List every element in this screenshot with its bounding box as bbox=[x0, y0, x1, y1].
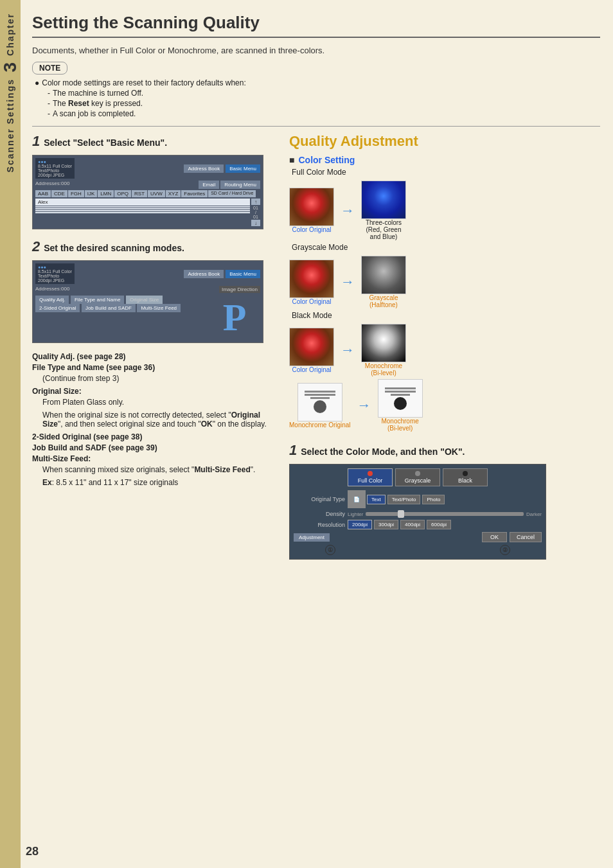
scroll-up-btn-1[interactable]: ↑ bbox=[251, 199, 260, 205]
note-sub-2: The Reset key is pressed. bbox=[48, 99, 600, 108]
note-sub-list: The machine is turned Off. The Reset key… bbox=[48, 89, 600, 118]
full-color-dot bbox=[368, 471, 373, 476]
step-bottom-section: 1 Select the Color Mode, and then "OK". … bbox=[289, 442, 600, 560]
mono-result-img bbox=[378, 379, 423, 418]
res-400-btn[interactable]: 400dpi bbox=[400, 520, 425, 529]
bottom-ui: Full Color Grayscale Black Original Type bbox=[289, 464, 546, 560]
chapter-label: Chapter bbox=[5, 13, 15, 56]
tab-lmn[interactable]: LMN bbox=[98, 190, 114, 197]
res-300-btn[interactable]: 300dpi bbox=[374, 520, 398, 529]
tab-opq[interactable]: OPQ bbox=[114, 190, 131, 197]
intro-text: Documents, whether in Full Color or Mono… bbox=[32, 46, 600, 55]
routing-btn[interactable]: Routing Menu bbox=[220, 181, 260, 189]
cancel-btn[interactable]: Cancel bbox=[510, 532, 542, 542]
color-original-img-1 bbox=[289, 188, 334, 226]
color-original-caption-2: Color Original bbox=[292, 298, 331, 305]
original-size-label: Original Size: bbox=[32, 387, 276, 396]
doc-line-r3 bbox=[391, 394, 410, 396]
full-color-mode-label: Full Color Mode bbox=[292, 168, 600, 177]
arrow-mono: → bbox=[357, 397, 371, 414]
scanner-settings-label: Scanner Settings bbox=[5, 78, 15, 172]
doc-circle-icon bbox=[314, 400, 326, 413]
tab-cde[interactable]: CDE bbox=[51, 190, 67, 197]
multi-size-menu[interactable]: Multi-Size Feed bbox=[137, 304, 181, 312]
density-track[interactable] bbox=[366, 512, 524, 516]
tab-fgh[interactable]: FGH bbox=[68, 190, 84, 197]
file-type-sub: (Continue from step 3) bbox=[42, 374, 276, 383]
original-size-menu[interactable]: Original Size bbox=[126, 296, 163, 304]
multi-size-label-text: Multi-Size Feed: bbox=[32, 454, 91, 463]
color-original-3: Color Original bbox=[289, 328, 334, 373]
list-item-alex: Alex bbox=[35, 199, 250, 206]
page-indicator-1: 01/01 bbox=[251, 206, 260, 219]
status2-line3: 200dpi JPEG bbox=[38, 278, 72, 283]
top-buttons-1: Address Book Basic Menu bbox=[184, 164, 260, 173]
scroll-controls-1: ↑ 01/01 ↓ bbox=[251, 199, 260, 226]
adjustment-btn[interactable]: Adjustment bbox=[294, 533, 330, 542]
black-mode-btn[interactable]: Black bbox=[443, 468, 488, 486]
callout-2: ② bbox=[500, 545, 510, 555]
tab-sd[interactable]: SD Card / Hard Drive bbox=[208, 190, 256, 197]
color-setting-heading: Color Setting bbox=[289, 155, 600, 165]
quality-adjustment-title: Quality Adjustment bbox=[289, 133, 600, 150]
tab-xyz[interactable]: XYZ bbox=[166, 190, 181, 197]
quality-adj-text: Quality Adj. (see page 28) bbox=[32, 352, 126, 361]
file-type-text: File Type and Name (see page 36) bbox=[32, 363, 155, 372]
black-mode-row: Color Original → Monochrome(Bi-level) bbox=[289, 324, 600, 376]
basic-menu-btn-2[interactable]: Basic Menu bbox=[226, 270, 260, 278]
address-book-btn-2[interactable]: Address Book bbox=[184, 270, 224, 278]
note-list: Color mode settings are reset to their f… bbox=[35, 78, 600, 118]
mono-result-caption: Monochrome(Bi-level) bbox=[381, 418, 418, 432]
orig-photo-btn[interactable]: Photo bbox=[422, 495, 445, 504]
left-column: 1 Select "Select "Basic Menu". ●●● 8.5x1… bbox=[32, 133, 276, 560]
orig-text-photo-btn[interactable]: Text/Photo bbox=[387, 495, 421, 504]
mono-original: Monochrome Original bbox=[289, 383, 351, 429]
address-book-btn-1[interactable]: Address Book bbox=[184, 164, 224, 173]
note-item-1: Color mode settings are reset to their f… bbox=[35, 78, 600, 87]
three-colors-result: Three-colors(Red, Greenand Blue) bbox=[361, 181, 406, 240]
two-sided-caption: 2-Sided Original (see page 38) bbox=[32, 432, 276, 441]
tab-ijk[interactable]: IJK bbox=[85, 190, 98, 197]
doc-circle-icon-r bbox=[394, 397, 407, 410]
multi-size-ex: Ex: 8.5 x 11" and 11 x 17" size original… bbox=[42, 478, 276, 487]
file-type-menu[interactable]: File Type and Name bbox=[71, 296, 124, 304]
basic-menu-btn-1[interactable]: Basic Menu bbox=[226, 164, 260, 173]
step1-text-val: Select "Basic Menu". bbox=[77, 137, 167, 148]
step-bottom-text: Select the Color Mode, and then "OK". bbox=[301, 447, 465, 457]
grayscale-result: Grayscale(Halftone) bbox=[361, 256, 406, 308]
tab-aab[interactable]: AAB bbox=[35, 190, 51, 197]
doc-line-r2 bbox=[385, 391, 416, 393]
right-column: Quality Adjustment Color Setting Full Co… bbox=[289, 133, 600, 560]
res-200-btn[interactable]: 200dpi bbox=[348, 520, 372, 529]
callout-row: ① ② bbox=[294, 545, 542, 555]
tab-rst[interactable]: RST bbox=[132, 190, 147, 197]
full-color-mode-row: Color Original → Three-colors(Red, Green… bbox=[289, 181, 600, 240]
menu-items-col: Quality Adj. File Type and Name Original… bbox=[35, 296, 209, 340]
mono-original-img bbox=[298, 383, 342, 421]
list-area-1: Alex ↑ 01/01 ↓ bbox=[35, 199, 260, 226]
tab-uvw[interactable]: UVW bbox=[148, 190, 165, 197]
grayscale-mode-btn[interactable]: Grayscale bbox=[395, 468, 440, 486]
email-btn[interactable]: Email bbox=[199, 181, 219, 189]
machine-top-bar-2: ●●● 8.5x11 Full Color Text/Photo 200dpi … bbox=[35, 263, 260, 284]
note-sub-1: The machine is turned Off. bbox=[48, 89, 600, 98]
doc-line-2 bbox=[305, 394, 335, 396]
quality-adj-menu[interactable]: Quality Adj. bbox=[35, 296, 69, 304]
density-thumb[interactable] bbox=[398, 510, 404, 518]
two-sided-menu[interactable]: 2-Sided Original bbox=[35, 304, 80, 312]
scroll-down-btn-1[interactable]: ↓ bbox=[251, 220, 260, 226]
grayscale-dot bbox=[415, 471, 420, 476]
orig-type-options: Text Text/Photo Photo bbox=[367, 495, 445, 504]
res-600-btn[interactable]: 600dpi bbox=[427, 520, 451, 529]
tab-fav[interactable]: Favorites bbox=[181, 190, 208, 197]
density-label: Density bbox=[294, 511, 345, 517]
full-color-mode-btn[interactable]: Full Color bbox=[348, 468, 393, 486]
list-item-5 bbox=[35, 212, 250, 213]
ok-btn[interactable]: OK bbox=[482, 532, 507, 542]
addresses-1: Addresses:000 bbox=[35, 181, 69, 189]
job-build-menu[interactable]: Job Build and SADF bbox=[82, 304, 136, 312]
orig-text-btn[interactable]: Text bbox=[367, 495, 386, 504]
resolution-options: 200dpi 300dpi 400dpi 600dpi bbox=[348, 520, 451, 529]
list-item-2 bbox=[35, 206, 250, 208]
page-title: Setting the Scanning Quality bbox=[32, 13, 600, 38]
